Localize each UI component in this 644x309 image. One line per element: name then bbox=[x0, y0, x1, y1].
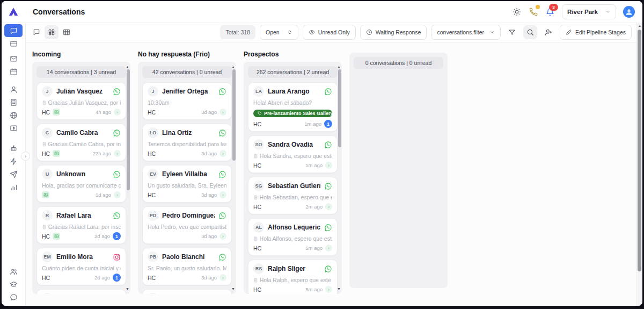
sidebar-item-inbox[interactable] bbox=[4, 37, 23, 50]
message-preview: Hola! Abren el sábado? bbox=[253, 99, 332, 106]
message-preview: Gracias Rafael Lara, por inscribi... bbox=[42, 224, 121, 230]
view-table-button[interactable] bbox=[60, 25, 74, 39]
sidebar-item-send[interactable] bbox=[4, 168, 23, 181]
sidebar-item-calendar[interactable] bbox=[4, 65, 23, 78]
column-scroll-down[interactable]: ▼ bbox=[126, 287, 129, 291]
open-conversation-chevron[interactable]: › bbox=[114, 191, 121, 198]
timestamp: 5m ago bbox=[305, 286, 323, 292]
pipeline-column: Prospectos 262 conversations | 2 unread … bbox=[244, 51, 342, 306]
conversations-filter-select[interactable]: conversations.filter bbox=[431, 25, 501, 40]
sidebar-item-user[interactable] bbox=[4, 83, 23, 96]
agent-label: HC bbox=[148, 150, 156, 157]
column-scroll-up[interactable]: ▲ bbox=[337, 65, 341, 69]
sidebar-item-support[interactable] bbox=[4, 291, 23, 304]
status-filter-value: Open bbox=[266, 29, 280, 35]
conversation-card[interactable]: U Unknown Hola, gracias por comunicarte … bbox=[36, 165, 126, 203]
open-conversation-chevron[interactable]: › bbox=[114, 150, 121, 157]
contact-avatar: EM bbox=[42, 251, 53, 262]
open-conversation-chevron[interactable]: › bbox=[325, 286, 332, 293]
send-icon bbox=[10, 170, 18, 178]
app-logo[interactable] bbox=[2, 6, 25, 18]
filter-button[interactable] bbox=[505, 25, 519, 39]
conversation-card[interactable]: J Jeniffer Ortega 10:30amHC3d ago› bbox=[142, 82, 232, 120]
open-conversation-chevron[interactable]: › bbox=[219, 191, 226, 198]
edit-pipeline-stages-button[interactable]: Edit Pipeline Stages bbox=[560, 25, 632, 40]
scroll-up-arrow[interactable]: ▲ bbox=[637, 24, 642, 27]
column-scroll-up[interactable]: ▲ bbox=[231, 65, 235, 69]
conversation-card[interactable]: J Julián Vasquez Gracias Julián Vasquez,… bbox=[36, 82, 126, 120]
conversation-card[interactable]: EM Emilio Mora Cuánto piden de cuota ini… bbox=[36, 248, 126, 285]
conversation-card[interactable]: R Rafael Lara Gracias Rafael Lara, por i… bbox=[36, 206, 126, 244]
sidebar-item-chart[interactable] bbox=[4, 181, 23, 193]
column-scroll-down[interactable]: ▼ bbox=[337, 287, 341, 291]
timestamp: 1m ago bbox=[305, 162, 323, 168]
contact-name: Camilo Cabra bbox=[56, 129, 109, 136]
sidebar-item-bot[interactable] bbox=[4, 142, 23, 155]
open-conversation-chevron[interactable]: › bbox=[219, 233, 226, 240]
conversation-card[interactable]: AL Alfonso Lequerica Hola Alfonso, esper… bbox=[248, 218, 338, 256]
open-conversation-chevron[interactable]: › bbox=[219, 274, 226, 281]
contact-avatar: RS bbox=[253, 263, 264, 274]
column-scrollbar-thumb[interactable] bbox=[127, 69, 130, 190]
open-conversation-chevron[interactable]: › bbox=[219, 150, 226, 157]
waiting-response-button[interactable]: Waiting Response bbox=[360, 25, 427, 40]
status-filter-select[interactable]: Open bbox=[260, 25, 298, 40]
conversation-card[interactable]: LO Lina Ortiz Tenemos disponibilidad par… bbox=[142, 124, 232, 161]
column-scroll-up[interactable]: ▲ bbox=[126, 65, 129, 69]
timestamp: 3d ago bbox=[201, 109, 217, 115]
page-scrollbar-thumb[interactable] bbox=[638, 30, 641, 271]
workspace-name: River Park bbox=[567, 9, 598, 15]
conversation-card[interactable]: RS Ralph Sliger Hola Ralph, espero que e… bbox=[248, 260, 338, 294]
billing-icon bbox=[10, 124, 18, 132]
chart-icon bbox=[10, 183, 18, 191]
search-button[interactable] bbox=[523, 25, 537, 39]
open-conversation-chevron[interactable]: › bbox=[114, 109, 121, 116]
column-scrollbar-thumb[interactable] bbox=[232, 69, 236, 161]
column-scrollbar-thumb[interactable] bbox=[338, 69, 341, 147]
timestamp: 3d ago bbox=[201, 233, 217, 239]
user-avatar[interactable] bbox=[623, 6, 635, 18]
notifications-button[interactable]: 3 bbox=[545, 7, 555, 17]
edit-pipeline-stages-label: Edit Pipeline Stages bbox=[575, 29, 626, 35]
sidebar-item-globe[interactable] bbox=[4, 109, 23, 121]
workspace-select[interactable]: River Park bbox=[562, 4, 616, 19]
conversation-card[interactable]: C Camilo Cabra Gracias Camilo Cabra, por… bbox=[36, 124, 126, 161]
header-actions: 3 River Park bbox=[512, 4, 642, 19]
sidebar-item-academy[interactable] bbox=[4, 278, 23, 291]
instagram-icon bbox=[113, 253, 121, 261]
calls-button[interactable] bbox=[529, 7, 538, 17]
note-icon bbox=[42, 225, 46, 229]
agent-label: HC bbox=[253, 121, 261, 127]
conversation-card[interactable]: J Jimmy Abdala Gracias Jimmy Abdala, por… bbox=[36, 289, 126, 294]
conversation-card[interactable]: PD Pedro Dominguez Hola Pedro, veo que c… bbox=[142, 206, 232, 244]
conversation-card[interactable]: SO Sandra Ovadia Hola Sandra, espero que… bbox=[248, 135, 338, 173]
sidebar-item-building[interactable] bbox=[4, 96, 23, 109]
view-kanban-button[interactable] bbox=[45, 25, 58, 39]
conversation-card[interactable]: SG Sebastian Gutierrez Hola Sebastian, e… bbox=[248, 177, 338, 214]
page-scrollbar[interactable]: ▲ bbox=[636, 23, 642, 306]
whatsapp-icon bbox=[324, 88, 332, 96]
sidebar-item-zap[interactable] bbox=[4, 155, 23, 168]
open-conversation-chevron[interactable]: › bbox=[325, 162, 332, 169]
contact-name: Eyleen Villalba bbox=[162, 170, 215, 178]
sidebar-item-billing[interactable] bbox=[4, 121, 23, 134]
open-conversation-chevron[interactable]: › bbox=[325, 203, 332, 210]
assignee-filter-button[interactable] bbox=[541, 25, 555, 39]
conversation-card[interactable]: EV Eyleen Villalba Un gusto saludarla, S… bbox=[142, 165, 232, 203]
open-conversation-chevron[interactable]: › bbox=[219, 109, 226, 116]
column-body: 42 conversations | 0 unread J Jeniffer O… bbox=[138, 62, 236, 294]
sidebar-expand-handle[interactable]: › bbox=[21, 152, 30, 161]
conversation-card[interactable]: JB Jairo Bohorhez Con gusto, Jairo. Si t… bbox=[142, 289, 232, 294]
conversation-card[interactable]: LA Laura Arango Hola! Abren el sábado?Pr… bbox=[248, 82, 338, 132]
view-chat-button[interactable] bbox=[30, 25, 43, 39]
whatsapp-icon bbox=[218, 212, 226, 220]
column-scroll-down[interactable]: ▼ bbox=[231, 287, 235, 291]
sidebar-item-mail[interactable] bbox=[4, 52, 23, 65]
theme-toggle-button[interactable] bbox=[512, 7, 522, 17]
open-conversation-chevron[interactable]: › bbox=[325, 245, 332, 251]
total-count-chip: Total: 318 bbox=[220, 25, 255, 39]
unread-only-button[interactable]: Unread Only bbox=[303, 25, 356, 40]
sidebar-item-team[interactable] bbox=[4, 265, 23, 278]
conversation-card[interactable]: PB Paolo Bianchi Sr. Paolo, un gusto sal… bbox=[142, 248, 232, 285]
sidebar-item-chat[interactable] bbox=[4, 24, 23, 37]
